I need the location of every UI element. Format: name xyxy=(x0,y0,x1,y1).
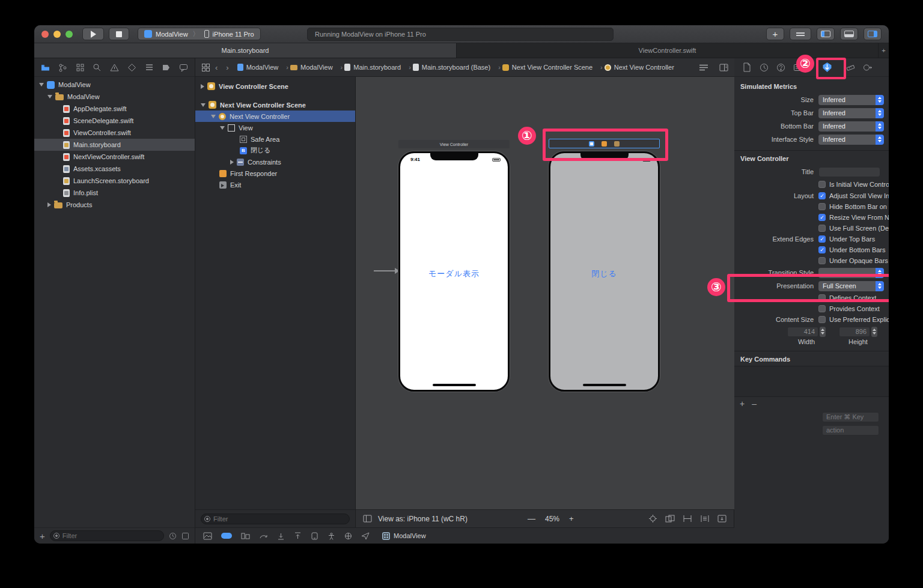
tree-item-project-root[interactable]: ModalView xyxy=(34,79,195,91)
next-view-controller-scene-phone[interactable]: 9:41 閉じる xyxy=(549,151,660,392)
tree-item-infoplist[interactable]: Info.plist xyxy=(34,187,195,199)
forward-button[interactable]: › xyxy=(226,63,228,72)
accessibility-icon[interactable] xyxy=(327,532,335,540)
pull-down-icon[interactable] xyxy=(277,532,285,540)
title-field[interactable] xyxy=(818,167,880,177)
minimize-window-button[interactable] xyxy=(53,31,61,38)
file-inspector-icon[interactable] xyxy=(743,62,751,72)
breadcrumb-project[interactable]: ModalView xyxy=(237,64,290,71)
outline-item-view-controller-scene[interactable]: View Controller Scene xyxy=(195,80,355,92)
modal-show-button[interactable]: モーダル表示 xyxy=(400,268,508,279)
presentation-popup[interactable]: Full Screen xyxy=(818,281,884,291)
outline-item-next-scene[interactable]: Next View Controller Scene xyxy=(195,99,355,111)
bottom-bar-popup[interactable]: Inferred xyxy=(818,121,884,132)
device-settings-icon[interactable] xyxy=(311,532,318,540)
rotate-icon[interactable] xyxy=(259,532,268,540)
action-input[interactable]: action xyxy=(822,425,879,435)
resize-view-checkbox[interactable] xyxy=(818,214,826,221)
add-file-button[interactable]: + xyxy=(40,531,45,541)
running-app-indicator[interactable]: ModalView xyxy=(382,532,426,540)
tree-item-main-storyboard[interactable]: Main.storyboard xyxy=(34,139,195,151)
tab-main-storyboard[interactable]: Main.storyboard xyxy=(34,43,457,58)
identity-inspector-icon[interactable] xyxy=(793,63,802,72)
test-navigator-icon[interactable] xyxy=(127,63,136,72)
storyboard-canvas[interactable]: View Controller 9:41 モーダル表示 9:41 閉じる xyxy=(356,77,734,509)
add-editor-icon[interactable] xyxy=(719,64,728,71)
breadcrumb-group[interactable]: ModalView xyxy=(290,64,344,71)
disclosure-triangle-icon[interactable] xyxy=(201,84,204,89)
find-navigator-icon[interactable] xyxy=(93,63,102,72)
outline-filter-input[interactable] xyxy=(201,514,350,524)
history-inspector-icon[interactable] xyxy=(760,63,769,72)
breadcrumb-scene[interactable]: Next View Controller Scene xyxy=(502,64,605,71)
size-popup[interactable]: Inferred xyxy=(818,95,884,105)
disclosure-triangle-icon[interactable] xyxy=(47,95,52,99)
disclosure-triangle-icon[interactable] xyxy=(230,160,234,165)
breadcrumb-view-controller[interactable]: Next View Controller xyxy=(605,64,674,71)
tree-item-group-modalview[interactable]: ModalView xyxy=(34,91,195,103)
send-to-device-icon[interactable] xyxy=(361,532,370,540)
under-opaque-bars-checkbox[interactable] xyxy=(818,257,826,264)
zoom-level[interactable]: 45% xyxy=(545,515,559,523)
attributes-inspector-icon[interactable] xyxy=(822,62,832,73)
editor-mode-button[interactable] xyxy=(790,28,811,40)
size-inspector-icon[interactable] xyxy=(846,63,855,72)
use-full-screen-checkbox[interactable] xyxy=(818,225,826,232)
library-add-button[interactable]: + xyxy=(766,28,784,40)
outline-item-view[interactable]: View xyxy=(195,122,355,133)
view-controller-dock-icon[interactable] xyxy=(589,141,594,147)
adjust-editor-options-icon[interactable] xyxy=(699,64,708,71)
project-navigator-icon[interactable] xyxy=(41,63,50,72)
add-key-command-button[interactable]: + xyxy=(740,399,745,408)
close-window-button[interactable] xyxy=(41,31,49,38)
run-button[interactable] xyxy=(82,28,104,40)
recent-files-filter-icon[interactable] xyxy=(169,532,177,540)
zoom-out-button[interactable]: — xyxy=(528,514,535,523)
adjust-scroll-insets-checkbox[interactable] xyxy=(818,192,826,199)
tree-item-launchscreen[interactable]: LaunchScreen.storyboard xyxy=(34,175,195,187)
report-navigator-icon[interactable] xyxy=(179,63,188,72)
source-control-navigator-icon[interactable] xyxy=(58,63,67,72)
scene-title-bar[interactable]: View Controller xyxy=(398,140,510,148)
first-responder-dock-icon[interactable] xyxy=(602,141,607,147)
source-control-status-filter-icon[interactable] xyxy=(181,532,189,540)
hide-bottom-bar-checkbox[interactable] xyxy=(818,203,826,210)
outline-item-first-responder[interactable]: First Responder xyxy=(195,168,355,179)
update-frames-icon[interactable] xyxy=(665,515,675,523)
navigator-filter-input[interactable] xyxy=(50,530,164,541)
breakpoint-navigator-icon[interactable] xyxy=(162,63,171,72)
focus-mode-icon[interactable] xyxy=(648,514,657,523)
under-bottom-bars-checkbox[interactable] xyxy=(818,246,826,253)
symbol-navigator-icon[interactable] xyxy=(76,63,85,72)
disclosure-triangle-icon[interactable] xyxy=(211,115,216,118)
interface-style-popup[interactable]: Inferred xyxy=(818,135,884,145)
provides-context-checkbox[interactable] xyxy=(818,305,826,312)
disclosure-triangle-icon[interactable] xyxy=(201,103,206,107)
resolve-autolayout-icon[interactable] xyxy=(717,515,727,523)
top-bar-popup[interactable]: Inferred xyxy=(818,108,884,118)
is-initial-checkbox[interactable] xyxy=(818,181,826,188)
pin-icon[interactable] xyxy=(700,515,710,523)
back-button[interactable]: ‹ xyxy=(215,63,218,72)
connections-inspector-icon[interactable] xyxy=(863,63,872,72)
remove-key-command-button[interactable]: – xyxy=(752,399,757,408)
screenshot-icon[interactable] xyxy=(203,532,212,540)
close-button[interactable]: 閉じる xyxy=(550,268,658,279)
tree-item-products[interactable]: Products xyxy=(34,199,195,211)
outline-item-constraints[interactable]: Constraints xyxy=(195,156,355,168)
view-as-control[interactable]: View as: iPhone 11 (wC hR) xyxy=(378,515,468,523)
tree-item-appdelegate[interactable]: AppDelegate.swift xyxy=(34,103,195,115)
disclosure-triangle-icon[interactable] xyxy=(47,202,51,207)
toggle-inspector-button[interactable] xyxy=(864,28,882,40)
use-preferred-size-checkbox[interactable] xyxy=(818,316,826,323)
height-stepper[interactable] xyxy=(871,327,877,337)
disclosure-triangle-icon[interactable] xyxy=(220,126,225,130)
view-controller-scene-phone[interactable]: 9:41 モーダル表示 xyxy=(398,151,510,392)
exit-dock-icon[interactable] xyxy=(614,141,620,147)
tab-viewcontroller-swift[interactable]: ViewController.swift xyxy=(457,43,879,58)
width-stepper[interactable] xyxy=(820,327,826,337)
key-commands-table[interactable] xyxy=(734,366,889,397)
width-field[interactable]: 414 xyxy=(787,327,818,337)
tree-item-viewcontroller[interactable]: ViewController.swift xyxy=(34,127,195,139)
add-tab-button[interactable]: + xyxy=(879,43,889,58)
